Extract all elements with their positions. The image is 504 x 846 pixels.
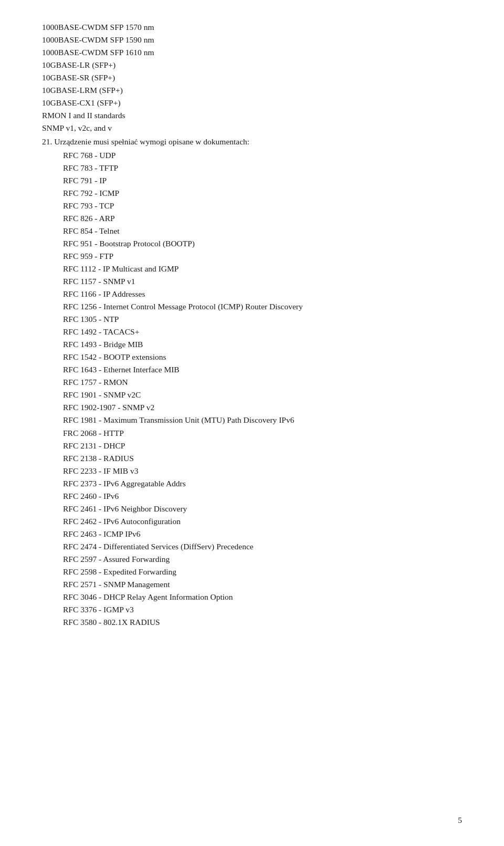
rfc-line: RFC 3376 - IGMP v3 xyxy=(63,603,462,616)
rfc-line: RFC 826 - ARP xyxy=(63,212,462,225)
rfc-line: RFC 1166 - IP Addresses xyxy=(63,288,462,300)
intro-line: RMON I and II standards xyxy=(42,109,462,122)
rfc-line: RFC 1643 - Ethernet Interface MIB xyxy=(63,363,462,376)
page-number: 5 xyxy=(458,816,462,825)
intro-line: 10GBASE-LR (SFP+) xyxy=(42,59,462,71)
rfc-line: RFC 2131 - DHCP xyxy=(63,440,462,452)
rfc-line: RFC 792 - ICMP xyxy=(63,187,462,200)
intro-line: SNMP v1, v2c, and v xyxy=(42,122,462,134)
rfc-line: RFC 1981 - Maximum Transmission Unit (MT… xyxy=(63,414,462,426)
intro-lines-block: 1000BASE-CWDM SFP 1570 nm1000BASE-CWDM S… xyxy=(42,21,462,134)
intro-line: 10GBASE-SR (SFP+) xyxy=(42,71,462,84)
intro-line: 1000BASE-CWDM SFP 1570 nm xyxy=(42,21,462,34)
rfc-line: RFC 1305 - NTP xyxy=(63,313,462,326)
rfc-line: RFC 2138 - RADIUS xyxy=(63,452,462,465)
rfc-line: RFC 951 - Bootstrap Protocol (BOOTP) xyxy=(63,237,462,250)
rfc-line: RFC 2461 - IPv6 Neighbor Discovery xyxy=(63,503,462,515)
rfc-line: RFC 854 - Telnet xyxy=(63,225,462,237)
intro-line: 1000BASE-CWDM SFP 1610 nm xyxy=(42,46,462,59)
rfc-line: RFC 1256 - Internet Control Message Prot… xyxy=(63,300,462,313)
rfc-line: RFC 793 - TCP xyxy=(63,200,462,212)
rfc-line: RFC 3580 - 802.1X RADIUS xyxy=(63,616,462,629)
rfc-line: RFC 3046 - DHCP Relay Agent Information … xyxy=(63,591,462,603)
rfc-line: RFC 1902-1907 - SNMP v2 xyxy=(63,401,462,414)
rfc-line: RFC 768 - UDP xyxy=(63,149,462,162)
rfc-line: RFC 1492 - TACACS+ xyxy=(63,326,462,338)
intro-line: 10GBASE-LRM (SFP+) xyxy=(42,84,462,97)
rfc-line: RFC 959 - FTP xyxy=(63,250,462,263)
rfc-line: RFC 1901 - SNMP v2C xyxy=(63,389,462,401)
rfc-line: RFC 791 - IP xyxy=(63,174,462,187)
rfc-line: RFC 1542 - BOOTP extensions xyxy=(63,351,462,363)
rfc-line: RFC 1493 - Bridge MIB xyxy=(63,338,462,351)
rfc-line: RFC 2597 - Assured Forwarding xyxy=(63,553,462,566)
rfc-line: RFC 2463 - ICMP IPv6 xyxy=(63,528,462,540)
rfc-line: RFC 2373 - IPv6 Aggregatable Addrs xyxy=(63,477,462,490)
intro-line: 1000BASE-CWDM SFP 1590 nm xyxy=(42,34,462,46)
rfc-line: FRC 2068 - HTTP xyxy=(63,427,462,440)
rfc-line: RFC 1757 - RMON xyxy=(63,376,462,389)
rfc-line: RFC 2474 - Differentiated Services (Diff… xyxy=(63,540,462,553)
intro-line: 10GBASE-CX1 (SFP+) xyxy=(42,97,462,109)
rfc-line: RFC 2460 - IPv6 xyxy=(63,490,462,503)
rfc-line: RFC 2462 - IPv6 Autoconfiguration xyxy=(63,515,462,528)
rfc-line: RFC 1112 - IP Multicast and IGMP xyxy=(63,263,462,275)
rfc-line: RFC 2571 - SNMP Management xyxy=(63,578,462,591)
rfc-line: RFC 2233 - IF MIB v3 xyxy=(63,465,462,477)
rfc-line: RFC 2598 - Expedited Forwarding xyxy=(63,566,462,578)
paragraph-21: 21. Urządzenie musi spełniać wymogi opis… xyxy=(42,135,462,148)
rfc-line: RFC 1157 - SNMP v1 xyxy=(63,275,462,288)
rfc-line: RFC 783 - TFTP xyxy=(63,162,462,174)
rfc-lines-block: RFC 768 - UDPRFC 783 - TFTPRFC 791 - IPR… xyxy=(63,149,462,629)
